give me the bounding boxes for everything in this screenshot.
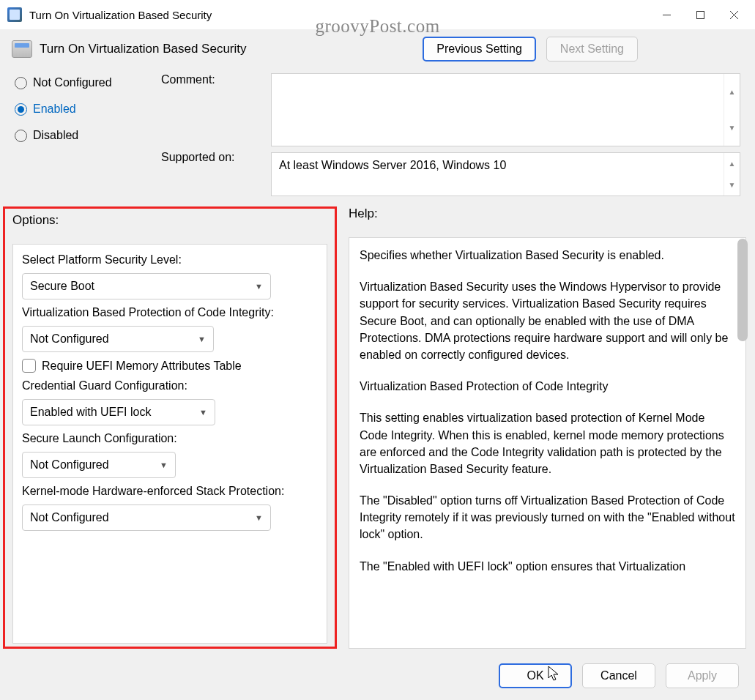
- select-value: Not Configured: [30, 511, 109, 524]
- window-controls: [650, 3, 751, 26]
- vbpci-select[interactable]: Not Configured▼: [22, 326, 214, 352]
- radio-disabled[interactable]: Disabled: [15, 129, 146, 142]
- previous-setting-button[interactable]: Previous Setting: [423, 37, 536, 62]
- config-row: Not Configured Enabled Disabled Comment:…: [0, 64, 755, 196]
- svg-rect-1: [696, 11, 704, 18]
- state-radio-group: Not Configured Enabled Disabled: [15, 73, 146, 196]
- supported-on-textbox: At least Windows Server 2016, Windows 10…: [271, 152, 740, 196]
- help-paragraph: The "Disabled" option turns off Virtuali…: [360, 492, 735, 543]
- kernel-stack-select[interactable]: Not Configured▼: [22, 504, 271, 531]
- panes: Options: Select Platform Security Level:…: [0, 196, 755, 655]
- help-title: Help:: [349, 206, 746, 221]
- secure-launch-label: Secure Launch Configuration:: [22, 432, 318, 445]
- secure-launch-select[interactable]: Not Configured▼: [22, 452, 176, 478]
- comment-value: [272, 74, 724, 146]
- radio-not-configured[interactable]: Not Configured: [15, 76, 146, 89]
- radio-label: Not Configured: [33, 76, 112, 89]
- radio-label: Enabled: [33, 103, 76, 116]
- help-paragraph: Virtualization Based Protection of Code …: [360, 378, 735, 395]
- help-paragraph: This setting enables virtualization base…: [360, 409, 735, 477]
- footer-buttons: OK Cancel Apply: [0, 655, 755, 700]
- chevron-down-icon: ▼: [255, 513, 263, 522]
- platform-security-select[interactable]: Secure Boot▼: [22, 273, 271, 299]
- gpo-dialog-window: Turn On Virtualization Based Security gr…: [0, 0, 755, 700]
- textareas-column: ▲▼ At least Windows Server 2016, Windows…: [271, 73, 740, 196]
- help-text-panel: Specifies whether Virtualization Based S…: [349, 237, 746, 649]
- help-paragraph: Virtualization Based Security uses the W…: [360, 278, 735, 363]
- supported-on-value: At least Windows Server 2016, Windows 10: [272, 153, 724, 196]
- help-scrollbar[interactable]: [737, 239, 748, 341]
- uefi-memory-checkbox[interactable]: Require UEFI Memory Attributes Table: [22, 359, 318, 373]
- checkbox-icon: [22, 359, 36, 373]
- comment-textbox[interactable]: ▲▼: [271, 73, 740, 146]
- radio-label: Disabled: [33, 129, 78, 142]
- supported-on-label: Supported on:: [161, 148, 256, 164]
- help-paragraph: Specifies whether Virtualization Based S…: [360, 247, 735, 264]
- maximize-button[interactable]: [683, 3, 717, 26]
- titlebar: Turn On Virtualization Based Security: [0, 0, 755, 29]
- chevron-down-icon: ▼: [199, 408, 207, 417]
- scroll-down-icon[interactable]: ▼: [724, 110, 740, 146]
- chevron-down-icon: ▼: [255, 282, 263, 291]
- window-title: Turn On Virtualization Based Security: [29, 9, 650, 21]
- close-button[interactable]: [717, 3, 751, 26]
- nav-buttons: Previous Setting Next Setting: [423, 37, 638, 62]
- platform-security-label: Select Platform Security Level:: [22, 253, 318, 267]
- help-paragraph: The "Enabled with UEFI lock" option ensu…: [360, 558, 735, 575]
- next-setting-button[interactable]: Next Setting: [546, 37, 638, 62]
- select-value: Secure Boot: [30, 280, 94, 293]
- select-value: Enabled with UEFI lock: [30, 406, 151, 419]
- checkbox-label: Require UEFI Memory Attributes Table: [42, 360, 242, 373]
- labels-column: Comment: Supported on:: [161, 73, 256, 196]
- select-value: Not Configured: [30, 332, 109, 346]
- scroll-down-icon[interactable]: ▼: [724, 174, 740, 196]
- policy-title: Turn On Virtualization Based Security: [40, 42, 423, 56]
- policy-icon: [12, 40, 32, 58]
- ok-button[interactable]: OK: [499, 663, 572, 688]
- credential-guard-label: Credential Guard Configuration:: [22, 379, 318, 392]
- comment-scroll[interactable]: ▲▼: [724, 74, 740, 146]
- apply-button[interactable]: Apply: [666, 663, 739, 688]
- minimize-button[interactable]: [650, 3, 683, 26]
- help-pane: Help: Specifies whether Virtualization B…: [349, 206, 746, 649]
- header-row: Turn On Virtualization Based Security Pr…: [0, 29, 755, 64]
- options-panel: Select Platform Security Level: Secure B…: [12, 244, 327, 644]
- options-title: Options:: [12, 213, 327, 228]
- chevron-down-icon: ▼: [198, 335, 206, 343]
- chevron-down-icon: ▼: [160, 461, 168, 469]
- options-pane-highlight: Options: Select Platform Security Level:…: [3, 206, 337, 649]
- select-value: Not Configured: [30, 458, 109, 472]
- radio-icon: [15, 77, 27, 89]
- cancel-button[interactable]: Cancel: [582, 663, 655, 688]
- kernel-stack-label: Kernel-mode Hardware-enforced Stack Prot…: [22, 485, 318, 498]
- supported-scroll[interactable]: ▲▼: [724, 153, 740, 196]
- comment-label: Comment:: [161, 73, 256, 148]
- radio-enabled[interactable]: Enabled: [15, 103, 146, 116]
- app-icon: [7, 7, 22, 22]
- credential-guard-select[interactable]: Enabled with UEFI lock▼: [22, 399, 215, 425]
- radio-icon: [15, 130, 27, 142]
- scroll-up-icon[interactable]: ▲: [724, 74, 740, 110]
- radio-icon: [15, 103, 27, 116]
- vbpci-label: Virtualization Based Protection of Code …: [22, 306, 318, 319]
- scroll-up-icon[interactable]: ▲: [724, 153, 740, 174]
